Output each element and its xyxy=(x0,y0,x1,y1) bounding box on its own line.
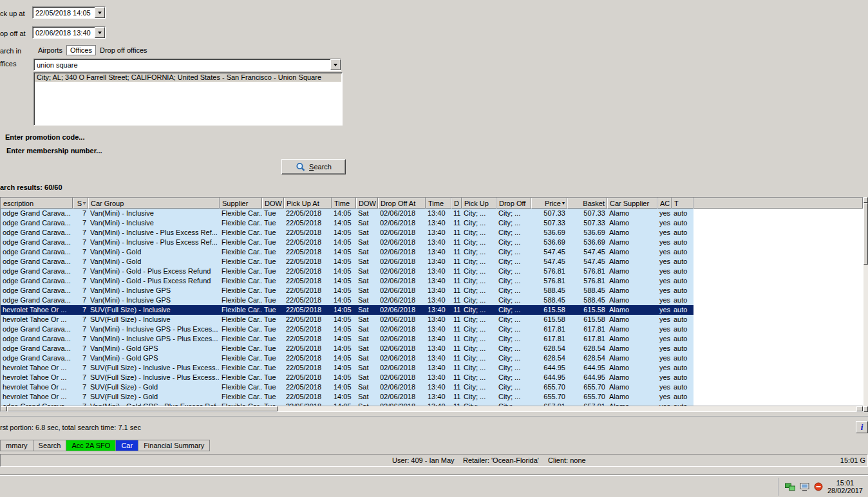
search-in-tab-airports[interactable]: Airports xyxy=(34,45,66,55)
cell-drop-off: City; ... xyxy=(496,238,531,247)
offices-combobox[interactable]: union square xyxy=(33,59,341,71)
column-header-time[interactable]: Time xyxy=(426,198,451,209)
column-header-drop-off[interactable]: Drop Off xyxy=(496,198,531,209)
cell-t: auto xyxy=(672,257,693,267)
pickup-dropdown-button[interactable] xyxy=(95,7,105,18)
cell-d: 11 xyxy=(451,402,462,406)
column-header-label: Basket xyxy=(583,200,605,207)
cell-drop-off: City; ... xyxy=(496,218,531,228)
column-header-price[interactable]: Price▾ xyxy=(531,198,567,209)
cell-time: 13:40 xyxy=(426,276,451,286)
scroll-right-button[interactable] xyxy=(856,406,863,411)
cell-d: 11 xyxy=(451,315,462,324)
search-button[interactable]: Search xyxy=(281,159,346,174)
tray-network-icon[interactable] xyxy=(785,483,795,491)
info-button[interactable]: i xyxy=(856,421,868,433)
cell-drop-off: City; ... xyxy=(496,402,531,406)
scrollbar-track[interactable] xyxy=(278,406,856,411)
cell-basket: 547.45 xyxy=(567,257,607,267)
taskbar-clock[interactable]: 15:01 28/02/2017 xyxy=(827,479,863,494)
cell-pick-up: City; ... xyxy=(462,315,496,324)
table-row[interactable]: odge Grand Carava...7Van(Mini) - Gold - … xyxy=(1,276,693,286)
membership-label[interactable]: Enter membership number... xyxy=(6,147,102,155)
tray-alert-icon[interactable] xyxy=(814,482,823,491)
table-row[interactable]: odge Grand Carava...7Van(Mini) - Inclusi… xyxy=(1,334,693,344)
bottom-tab-financial-summary[interactable]: Financial Summary xyxy=(138,440,210,451)
table-row[interactable]: odge Grand Carava...7Van(Mini) - Inclusi… xyxy=(1,295,693,305)
table-row[interactable]: hevrolet Tahoe Or ...7SUV(Full Size) - I… xyxy=(1,373,693,382)
dropoff-dropdown-button[interactable] xyxy=(95,27,105,38)
scroll-left-button[interactable] xyxy=(1,406,7,411)
pickup-date-field[interactable]: 22/05/2018 14:05 xyxy=(32,6,106,19)
cell-supplier: Flexible Car... xyxy=(220,402,262,406)
cell-t: auto xyxy=(672,276,693,286)
scrollbar-track[interactable] xyxy=(863,265,868,406)
table-row[interactable]: odge Grand Carava...7Van(Mini) - Gold GP… xyxy=(1,353,693,363)
column-header-supplier[interactable]: Supplier xyxy=(220,198,262,209)
table-row[interactable]: odge Grand Carava...7Van(Mini) - Inclusi… xyxy=(1,286,693,295)
cell-drop-off-at: 02/06/2018 xyxy=(378,286,426,295)
column-header-drop-off-at[interactable]: Drop Off At xyxy=(378,198,426,209)
column-header-t[interactable]: T xyxy=(672,198,693,209)
cell-dow: Sat xyxy=(356,305,378,315)
column-header-label: Time xyxy=(334,200,350,207)
bottom-tab-mmary[interactable]: mmary xyxy=(0,440,33,451)
table-row[interactable]: odge Grand Carava...7Van(Mini) - Gold GP… xyxy=(1,402,693,406)
table-row[interactable]: hevrolet Tahoe Or ...7SUV(Full Size) - I… xyxy=(1,305,693,315)
bottom-tab-search[interactable]: Search xyxy=(33,440,67,451)
cell-escription: odge Grand Carava... xyxy=(1,344,73,353)
column-header-car-supplier[interactable]: Car Supplier xyxy=(607,198,657,209)
dropoff-date-field[interactable]: 02/06/2018 13:40 xyxy=(32,26,106,39)
search-in-tab-drop-off-offices[interactable]: Drop off offices xyxy=(96,45,151,55)
column-header-escription[interactable]: escription xyxy=(1,198,73,209)
column-header-pick-up[interactable]: Pick Up xyxy=(462,198,496,209)
table-row[interactable]: hevrolet Tahoe Or ...7SUV(Full Size) - I… xyxy=(1,315,693,324)
cell-basket: 628.54 xyxy=(567,353,607,363)
cell-basket: 628.54 xyxy=(567,344,607,353)
table-row[interactable]: odge Grand Carava...7Van(Mini) - Inclusi… xyxy=(1,228,693,238)
column-header-d[interactable]: D xyxy=(451,198,462,209)
column-header-dow[interactable]: DOW xyxy=(356,198,378,209)
list-item[interactable]: City; AL; 340 O Farrell Street; CALIFORN… xyxy=(35,73,341,82)
column-header-time[interactable]: Time xyxy=(332,198,356,209)
table-row[interactable]: odge Grand Carava...7Van(Mini) - Gold - … xyxy=(1,267,693,276)
column-header-ac[interactable]: AC xyxy=(657,198,672,209)
table-row[interactable]: odge Grand Carava...7Van(Mini) - Inclusi… xyxy=(1,238,693,247)
offices-dropdown-button[interactable] xyxy=(330,59,341,70)
table-row[interactable]: odge Grand Carava...7Van(Mini) - GoldFle… xyxy=(1,257,693,267)
table-row[interactable]: odge Grand Carava...7Van(Mini) - Inclusi… xyxy=(1,324,693,334)
cell-dow: Sat xyxy=(356,363,378,373)
column-header-car-group[interactable]: Car Group xyxy=(88,198,220,209)
cell-dow: Sat xyxy=(356,247,378,257)
cell-supplier: Flexible Car... xyxy=(220,218,262,228)
cell-d: 11 xyxy=(451,295,462,305)
table-row[interactable]: odge Grand Carava...7Van(Mini) - Gold GP… xyxy=(1,344,693,353)
column-header-s[interactable]: S▿ xyxy=(73,198,88,209)
table-row[interactable]: odge Grand Carava...7Van(Mini) - Inclusi… xyxy=(1,218,693,228)
cell-time: 14:05 xyxy=(332,247,356,257)
cell-d: 11 xyxy=(451,344,462,353)
promo-code-label[interactable]: Enter promotion code... xyxy=(5,133,84,141)
cell-escription: odge Grand Carava... xyxy=(1,247,73,257)
horizontal-scrollbar[interactable] xyxy=(1,406,863,411)
vertical-scrollbar[interactable] xyxy=(863,197,868,412)
tray-display-icon[interactable] xyxy=(800,483,809,491)
table-row[interactable]: hevrolet Tahoe Or ...7SUV(Full Size) - G… xyxy=(1,392,693,402)
table-row[interactable]: hevrolet Tahoe Or ...7SUV(Full Size) - G… xyxy=(1,382,693,392)
scroll-down-button[interactable] xyxy=(863,406,868,412)
table-row[interactable]: hevrolet Tahoe Or ...7SUV(Full Size) - I… xyxy=(1,363,693,373)
cell-dow: Sat xyxy=(356,315,378,324)
column-header-pick-up-at[interactable]: Pick Up At xyxy=(284,198,332,209)
column-header-basket[interactable]: Basket xyxy=(567,198,607,209)
cell-pick-up: City; ... xyxy=(462,228,496,238)
cell-car-group: SUV(Full Size) - Inclusive - Plus Excess… xyxy=(88,363,220,373)
table-row[interactable]: odge Grand Carava...7Van(Mini) - GoldFle… xyxy=(1,247,693,257)
bottom-tab-acc-2a-sfo[interactable]: Acc 2A SFO xyxy=(66,440,116,451)
scrollbar-thumb[interactable] xyxy=(7,406,278,411)
scroll-up-button[interactable] xyxy=(863,197,868,203)
column-header-dow[interactable]: DOW xyxy=(262,198,284,209)
table-row[interactable]: odge Grand Carava...7Van(Mini) - Inclusi… xyxy=(1,209,693,218)
bottom-tab-car[interactable]: Car xyxy=(115,440,138,451)
search-in-tab-offices[interactable]: Offices xyxy=(66,45,96,55)
scrollbar-thumb[interactable] xyxy=(863,203,868,265)
